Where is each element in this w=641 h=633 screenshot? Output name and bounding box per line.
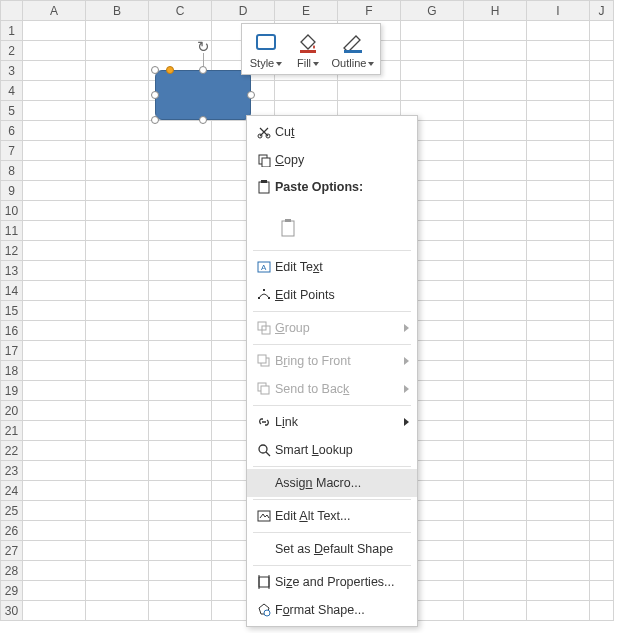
cell[interactable] (590, 601, 614, 621)
cell[interactable] (464, 181, 527, 201)
cell[interactable] (23, 401, 86, 421)
cell[interactable] (149, 521, 212, 541)
cell[interactable] (527, 261, 590, 281)
cell[interactable] (464, 321, 527, 341)
cell[interactable] (149, 181, 212, 201)
cell[interactable] (527, 141, 590, 161)
cell[interactable] (86, 161, 149, 181)
cell[interactable] (464, 21, 527, 41)
cell[interactable] (464, 421, 527, 441)
cell[interactable] (86, 361, 149, 381)
row-header[interactable]: 8 (1, 161, 23, 181)
cell[interactable] (464, 541, 527, 561)
cell[interactable] (590, 461, 614, 481)
cell[interactable] (464, 261, 527, 281)
col-header[interactable]: D (212, 1, 275, 21)
cell[interactable] (149, 601, 212, 621)
cell[interactable] (23, 221, 86, 241)
col-header[interactable]: B (86, 1, 149, 21)
cell[interactable] (86, 141, 149, 161)
cell[interactable] (86, 581, 149, 601)
cell[interactable] (464, 61, 527, 81)
row-header[interactable]: 16 (1, 321, 23, 341)
cell[interactable] (23, 61, 86, 81)
cell[interactable] (86, 181, 149, 201)
cell[interactable] (464, 201, 527, 221)
cell[interactable] (527, 121, 590, 141)
col-header[interactable]: G (401, 1, 464, 21)
cell[interactable] (149, 581, 212, 601)
cell[interactable] (590, 521, 614, 541)
cell[interactable] (464, 221, 527, 241)
cell[interactable] (590, 481, 614, 501)
row-header[interactable]: 13 (1, 261, 23, 281)
row-header[interactable]: 10 (1, 201, 23, 221)
cell[interactable] (23, 201, 86, 221)
row-header[interactable]: 24 (1, 481, 23, 501)
cell[interactable] (149, 561, 212, 581)
row-header[interactable]: 23 (1, 461, 23, 481)
cell[interactable] (464, 281, 527, 301)
cell[interactable] (23, 461, 86, 481)
cell[interactable] (464, 41, 527, 61)
row-header[interactable]: 17 (1, 341, 23, 361)
cell[interactable] (86, 321, 149, 341)
cell[interactable] (23, 301, 86, 321)
cell[interactable] (86, 81, 149, 101)
cell[interactable] (149, 161, 212, 181)
cell[interactable] (149, 481, 212, 501)
cell[interactable] (590, 81, 614, 101)
cell[interactable] (401, 81, 464, 101)
row-header[interactable]: 6 (1, 121, 23, 141)
cell[interactable] (86, 101, 149, 121)
row-header[interactable]: 27 (1, 541, 23, 561)
cell[interactable] (464, 341, 527, 361)
cell[interactable] (464, 241, 527, 261)
cell[interactable] (23, 341, 86, 361)
cell[interactable] (527, 401, 590, 421)
cell[interactable] (23, 261, 86, 281)
row-header[interactable]: 15 (1, 301, 23, 321)
row-header[interactable]: 12 (1, 241, 23, 261)
cell[interactable] (590, 361, 614, 381)
menu-bring-to-front[interactable]: Bring to Front (247, 347, 417, 375)
cell[interactable] (527, 301, 590, 321)
cell[interactable] (527, 521, 590, 541)
cell[interactable] (23, 41, 86, 61)
menu-smart-lookup[interactable]: Smart Lookup (247, 436, 417, 464)
cell[interactable] (527, 361, 590, 381)
cell[interactable] (23, 601, 86, 621)
cell[interactable] (86, 281, 149, 301)
cell[interactable] (149, 381, 212, 401)
cell[interactable] (464, 81, 527, 101)
cell[interactable] (86, 541, 149, 561)
cell[interactable] (464, 381, 527, 401)
cell[interactable] (149, 241, 212, 261)
row-header[interactable]: 4 (1, 81, 23, 101)
cell[interactable] (527, 61, 590, 81)
cell[interactable] (527, 341, 590, 361)
menu-group[interactable]: Group (247, 314, 417, 342)
cell[interactable] (149, 421, 212, 441)
cell[interactable] (23, 481, 86, 501)
col-header[interactable]: H (464, 1, 527, 21)
cell[interactable] (590, 421, 614, 441)
cell[interactable] (23, 141, 86, 161)
resize-handle[interactable] (199, 116, 207, 124)
cell[interactable] (86, 221, 149, 241)
row-header[interactable]: 5 (1, 101, 23, 121)
cell[interactable] (149, 541, 212, 561)
cell[interactable] (464, 141, 527, 161)
cell[interactable] (86, 341, 149, 361)
cell[interactable] (464, 121, 527, 141)
cell[interactable] (401, 41, 464, 61)
cell[interactable] (590, 581, 614, 601)
cell[interactable] (590, 441, 614, 461)
cell[interactable] (464, 461, 527, 481)
cell[interactable] (86, 401, 149, 421)
cell[interactable] (86, 421, 149, 441)
row-header[interactable]: 28 (1, 561, 23, 581)
menu-format-shape[interactable]: Format Shape... (247, 596, 417, 624)
cell[interactable] (527, 541, 590, 561)
col-header[interactable]: A (23, 1, 86, 21)
